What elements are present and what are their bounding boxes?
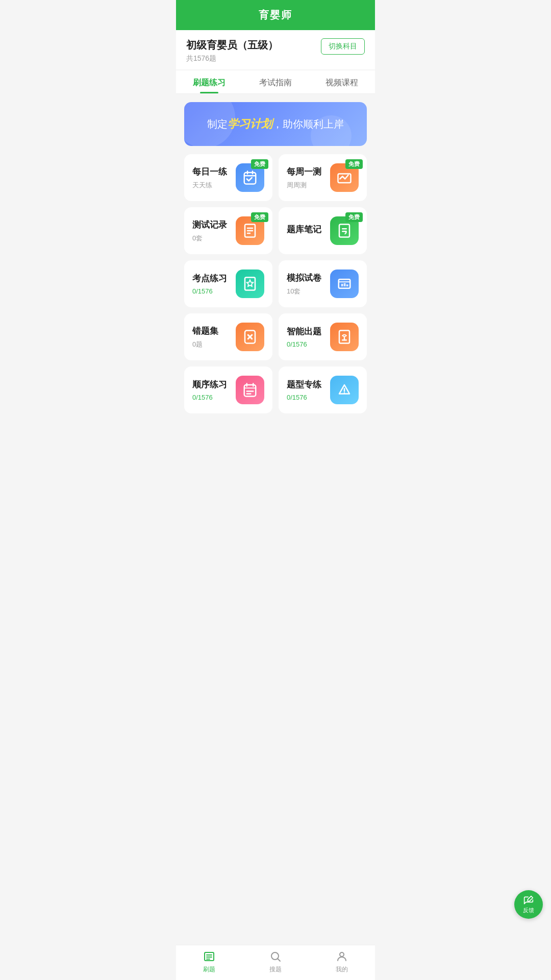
svg-point-33	[344, 392, 345, 394]
card-keypoints-icon	[236, 270, 264, 298]
card-mistakes[interactable]: 错题集 0题	[184, 313, 272, 360]
card-notes[interactable]: 题库笔记 免费	[279, 207, 367, 254]
banner-text: 制定学习计划，助你顺利上岸	[207, 118, 344, 130]
card-records-title: 测试记录	[192, 219, 227, 231]
subject-info: 初级育婴员（五级） 共1576题	[186, 38, 278, 63]
svg-line-39	[278, 959, 281, 962]
card-records[interactable]: 测试记录 0套 免费	[184, 207, 272, 254]
free-badge: 免费	[251, 159, 268, 169]
card-sequential-icon	[236, 376, 264, 404]
free-badge-records: 免费	[251, 212, 268, 222]
card-smart-title: 智能出题	[287, 326, 321, 337]
feature-grid: 每日一练 天天练 免费 每周一测 周周测 免费 测试记录 0套 免费	[176, 150, 375, 454]
card-daily[interactable]: 每日一练 天天练 免费	[184, 154, 272, 201]
card-daily-sub: 天天练	[192, 181, 227, 190]
card-smart-sub: 0/1576	[287, 340, 321, 348]
svg-point-40	[340, 952, 344, 957]
card-sequential[interactable]: 顺序练习 0/1576	[184, 366, 272, 413]
card-weekly-title: 每周一测	[287, 166, 321, 178]
card-keypoints[interactable]: 考点练习 0/1576	[184, 260, 272, 307]
card-mistakes-title: 错题集	[192, 325, 218, 337]
card-type-title: 题型专练	[287, 379, 321, 390]
card-type-icon	[330, 376, 359, 404]
card-type[interactable]: 题型专练 0/1576	[279, 366, 367, 413]
study-plan-banner[interactable]: 制定学习计划，助你顺利上岸	[184, 102, 367, 146]
app-title: 育婴师	[259, 9, 292, 20]
card-type-sub: 0/1576	[287, 394, 321, 401]
user-icon	[335, 949, 349, 964]
nav-search-label: 搜题	[269, 965, 282, 974]
nav-profile-label: 我的	[336, 965, 348, 974]
card-sequential-title: 顺序练习	[192, 379, 227, 390]
tab-practice[interactable]: 刷题练习	[176, 70, 242, 93]
svg-rect-0	[244, 173, 256, 184]
tab-video[interactable]: 视频课程	[309, 70, 375, 93]
card-mock[interactable]: 模拟试卷 10套	[279, 260, 367, 307]
card-notes-title: 题库笔记	[287, 224, 321, 235]
card-weekly-icon: 免费	[330, 163, 359, 192]
card-mistakes-sub: 0题	[192, 340, 218, 349]
card-keypoints-sub: 0/1576	[192, 287, 227, 295]
card-records-sub: 0套	[192, 234, 227, 243]
card-weekly-sub: 周周测	[287, 181, 321, 190]
search-icon	[268, 949, 283, 964]
nav-search[interactable]: 搜题	[242, 949, 309, 974]
tab-bar: 刷题练习 考试指南 视频课程	[176, 70, 375, 94]
nav-practice-label: 刷题	[203, 965, 215, 974]
nav-practice[interactable]: 刷题	[176, 949, 242, 974]
svg-marker-13	[247, 280, 254, 287]
card-records-icon: 免费	[236, 216, 264, 245]
bottom-navigation: 刷题 搜题 我的	[176, 945, 375, 980]
card-keypoints-title: 考点练习	[192, 273, 227, 284]
card-daily-title: 每日一练	[192, 166, 227, 178]
card-mock-icon	[330, 270, 359, 298]
list-icon	[202, 949, 216, 964]
subject-name: 初级育婴员（五级）	[186, 38, 278, 52]
svg-rect-17	[344, 283, 346, 286]
app-header: 育婴师	[176, 0, 375, 30]
card-notes-icon: 免费	[330, 216, 359, 245]
card-mock-title: 模拟试卷	[287, 272, 321, 284]
svg-rect-16	[341, 284, 343, 286]
free-badge-notes: 免费	[345, 212, 363, 222]
subject-bar: 初级育婴员（五级） 共1576题 切换科目	[176, 30, 375, 69]
card-smart-icon	[330, 323, 359, 351]
svg-rect-18	[346, 284, 348, 286]
card-smart[interactable]: 智能出题 0/1576	[279, 313, 367, 360]
card-weekly[interactable]: 每周一测 周周测 免费	[279, 154, 367, 201]
nav-profile[interactable]: 我的	[309, 949, 375, 974]
free-badge-weekly: 免费	[345, 159, 363, 169]
card-daily-icon: 免费	[236, 163, 264, 192]
card-mock-sub: 10套	[287, 287, 321, 296]
card-mistakes-icon	[236, 323, 264, 351]
subject-count: 共1576题	[186, 54, 278, 63]
card-sequential-sub: 0/1576	[192, 394, 227, 401]
switch-subject-button[interactable]: 切换科目	[321, 38, 365, 55]
tab-guide[interactable]: 考试指南	[242, 70, 309, 93]
